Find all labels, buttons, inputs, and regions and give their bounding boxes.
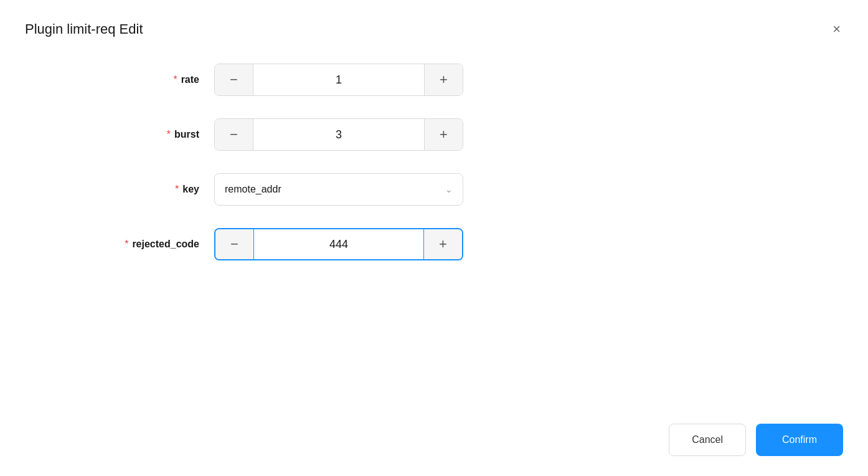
rejected-code-decrement-button[interactable]: − xyxy=(215,229,254,259)
dialog-body: * rate − 1 + * burst − 3 + * xyxy=(25,64,843,414)
key-select[interactable]: remote_addr ⌄ xyxy=(214,173,463,206)
dialog-header: Plugin limit-req Edit × xyxy=(25,20,843,39)
rate-decrement-button[interactable]: − xyxy=(215,64,253,95)
key-required-star: * xyxy=(175,184,179,195)
dialog-title: Plugin limit-req Edit xyxy=(25,21,143,37)
chevron-down-icon: ⌄ xyxy=(445,184,453,194)
key-row: * key remote_addr ⌄ xyxy=(62,173,843,206)
rate-value: 1 xyxy=(253,64,424,95)
key-label-text: key xyxy=(182,184,199,195)
rejected-code-increment-button[interactable]: + xyxy=(423,229,462,259)
burst-decrement-button[interactable]: − xyxy=(215,119,253,150)
rate-row: * rate − 1 + xyxy=(62,64,843,96)
rate-increment-button[interactable]: + xyxy=(424,64,463,95)
rejected-code-label: * rejected_code xyxy=(62,239,199,250)
burst-label: * burst xyxy=(62,129,199,140)
close-button[interactable]: × xyxy=(830,20,843,39)
rate-input-group: − 1 + xyxy=(214,64,463,96)
cancel-button[interactable]: Cancel xyxy=(669,424,746,456)
rate-label-text: rate xyxy=(181,74,199,85)
dialog-footer: Cancel Confirm xyxy=(25,414,843,456)
rejected-code-required-star: * xyxy=(125,239,128,250)
burst-label-text: burst xyxy=(174,129,199,140)
rejected-code-value: 444 xyxy=(254,229,423,259)
burst-value: 3 xyxy=(253,119,424,150)
burst-input-group: − 3 + xyxy=(214,118,463,151)
burst-required-star: * xyxy=(167,129,171,140)
burst-row: * burst − 3 + xyxy=(62,118,843,151)
confirm-button[interactable]: Confirm xyxy=(756,424,843,456)
burst-increment-button[interactable]: + xyxy=(424,119,463,150)
rate-required-star: * xyxy=(173,74,177,85)
key-select-value: remote_addr xyxy=(225,184,281,195)
key-label: * key xyxy=(62,184,199,195)
rate-label: * rate xyxy=(62,74,199,85)
rejected-code-row: * rejected_code − 444 + xyxy=(62,228,843,260)
plugin-edit-dialog: Plugin limit-req Edit × * rate − 1 + * b… xyxy=(0,0,868,476)
rejected-code-label-text: rejected_code xyxy=(132,239,199,250)
rejected-code-input-group: − 444 + xyxy=(214,228,463,260)
